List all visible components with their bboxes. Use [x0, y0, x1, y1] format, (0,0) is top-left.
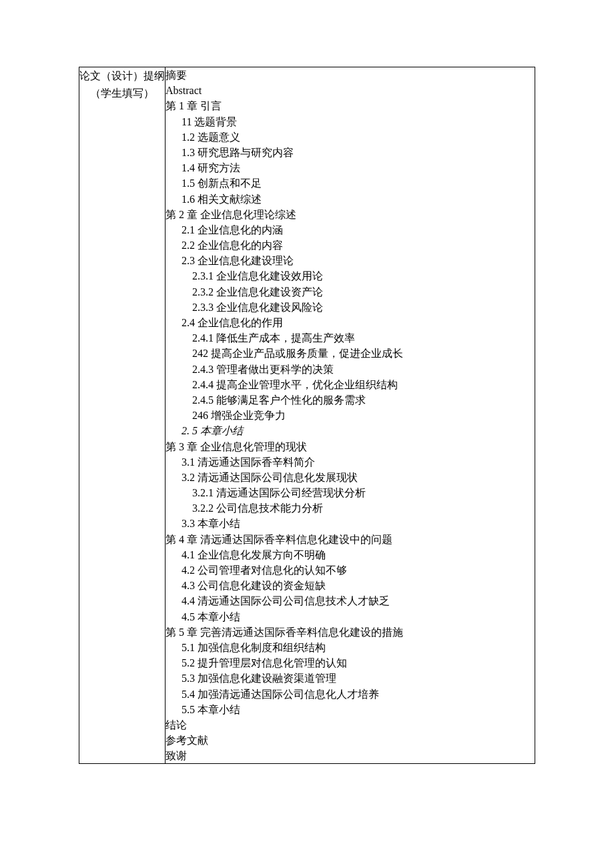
- toc-item: 4.3 公司信息化建设的资金短缺: [166, 578, 535, 593]
- toc-item: 4.1 企业信息化发展方向不明确: [166, 547, 535, 562]
- toc-item: 5.2 提升管理层对信息化管理的认知: [166, 655, 535, 671]
- toc-item: 第 3 章 企业信息化管理的现状: [166, 439, 535, 454]
- toc-item: 第 4 章 清远通达国际香辛料信息化建设中的问题: [166, 532, 535, 547]
- document-page: 论文（设计）提纲 （学生填写） 摘要Abstract第 1 章 引言11 选题背…: [0, 0, 614, 831]
- toc-item: 2.4 企业信息化的作用: [166, 315, 535, 330]
- toc-item: 2.3.1 企业信息化建设效用论: [166, 268, 535, 284]
- toc-item: 2. 5 本章小结: [166, 423, 535, 438]
- outline-table: 论文（设计）提纲 （学生填写） 摘要Abstract第 1 章 引言11 选题背…: [79, 67, 535, 764]
- toc-item: 4.4 清远通达国际公司公司信息技术人才缺乏: [166, 593, 535, 608]
- toc-item: 5.3 加强信息化建设融资渠道管理: [166, 671, 535, 686]
- toc-item: 第 5 章 完善清远通达国际香辛料信息化建设的措施: [166, 624, 535, 640]
- toc-item: 参考文献: [166, 733, 535, 748]
- toc-item: 2.4.1 降低生产成本，提高生产效率: [166, 330, 535, 346]
- toc-item: 1.6 相关文献综述: [166, 191, 535, 207]
- toc-item: 2.1 企业信息化的内涵: [166, 222, 535, 238]
- toc-item: 2.3.2 企业信息化建设资产论: [166, 284, 535, 300]
- toc-item: 3.2.2 公司信息技术能力分析: [166, 500, 535, 516]
- toc-item: 2.2 企业信息化的内容: [166, 238, 535, 253]
- toc-item: 结论: [166, 717, 535, 733]
- toc-item: 2.3 企业信息化建设理论: [166, 253, 535, 268]
- toc-item: 第 1 章 引言: [166, 98, 535, 113]
- toc-item: 第 2 童 企业信息化理论综述: [166, 207, 535, 222]
- toc-item: 摘要: [166, 67, 535, 83]
- toc-item: Abstract: [166, 83, 535, 98]
- toc-item: 致谢: [166, 748, 535, 763]
- toc-cell: 摘要Abstract第 1 章 引言11 选题背景1.2 选题意义1.3 研究思…: [166, 67, 535, 764]
- toc-item: 5.1 加强信息化制度和组织结构: [166, 640, 535, 655]
- toc-item: 2.4.5 能够满足客户个性化的服务需求: [166, 392, 535, 408]
- toc-item: 4.2 公司管理者对信息化的认知不够: [166, 562, 535, 578]
- toc-item: 11 选题背景: [166, 114, 535, 129]
- toc-item: 3.2 清远通达国际公司信息化发展现状: [166, 470, 535, 485]
- toc-item: 2.3.3 企业信息化建设风险论: [166, 300, 535, 315]
- toc-container: 摘要Abstract第 1 章 引言11 选题背景1.2 选题意义1.3 研究思…: [166, 67, 535, 763]
- toc-item: 5.5 本章小结: [166, 702, 535, 717]
- toc-item: 5.4 加强清远通达国际公司信息化人才培养: [166, 687, 535, 702]
- toc-item: 2.4.4 提高企业管理水平，优化企业组织结构: [166, 377, 535, 392]
- left-panel-title-line1: 论文（设计）提纲: [79, 67, 165, 85]
- toc-item: 1.4 研究方法: [166, 160, 535, 175]
- toc-item: 246 增强企业竞争力: [166, 408, 535, 423]
- toc-item: 3.2.1 清远通达国际公司经营现状分析: [166, 485, 535, 500]
- toc-item: 4.5 本章小结: [166, 609, 535, 624]
- toc-item: 1.3 研究思路与研究内容: [166, 145, 535, 160]
- toc-item: 2.4.3 管理者做出更科学的决策: [166, 362, 535, 377]
- toc-item: 3.1 清远通达国际香辛料简介: [166, 454, 535, 470]
- toc-item: 242 提高企业产品或服务质量，促进企业成长: [166, 346, 535, 361]
- left-panel-cell: 论文（设计）提纲 （学生填写）: [79, 67, 166, 764]
- toc-item: 1.5 创新点和不足: [166, 175, 535, 191]
- toc-item: 3.3 本章小结: [166, 516, 535, 531]
- toc-item: 1.2 选题意义: [166, 129, 535, 145]
- left-panel-title-line2: （学生填写）: [79, 85, 165, 102]
